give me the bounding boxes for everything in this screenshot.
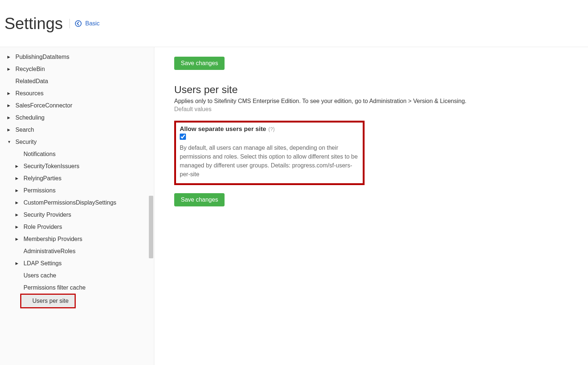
tree-item[interactable]: ▶Membership Providers [0,233,154,245]
tree-item[interactable]: ▶RelatedData [0,75,154,87]
caret-right-icon: ▶ [7,67,13,71]
arrow-left-icon [75,20,82,27]
tree-item[interactable]: ▶Role Providers [0,221,154,233]
sidebar-scroll[interactable]: ▶PublishingDataItems▶RecycleBin▶RelatedD… [0,47,154,365]
section-title: Users per site [174,84,573,96]
tree-item[interactable]: ▶LDAP Settings [0,257,154,269]
setting-description: By default, all users can manage all sit… [180,143,359,179]
tree-item[interactable]: ▶AdministrativeRoles [0,245,154,257]
tree-item[interactable]: ▶SecurityTokenIssuers [0,160,154,172]
tree-item-label: PublishingDataItems [15,54,69,60]
tree-item[interactable]: ▶Resources [0,87,154,99]
save-button-bottom[interactable]: Save changes [174,193,225,206]
caret-right-icon: ▶ [7,91,13,95]
caret-down-icon: ▼ [7,140,13,144]
tree-item-label: Notifications [24,151,55,157]
help-icon[interactable]: (?) [268,126,275,132]
header-divider [69,19,70,28]
section-subtitle: Applies only to Sitefinity CMS Enterpris… [174,98,527,104]
setting-label-row: Allow separate users per site (?) [180,125,359,133]
tree-item[interactable]: ▶Users per site [21,295,75,307]
tree-item[interactable]: ▶Scheduling [0,111,154,124]
tree-item-label: SecurityTokenIssuers [24,163,79,170]
scrollbar-thumb[interactable] [149,196,153,258]
page-header: Settings Basic [0,0,588,47]
setting-highlight-box: Allow separate users per site (?) By def… [174,121,365,185]
tree-item[interactable]: ▶Users cache [0,269,154,281]
caret-right-icon: ▶ [15,176,21,180]
tree-item[interactable]: ▶RecycleBin [0,63,154,75]
page-title: Settings [4,14,63,33]
tree-item-label: AdministrativeRoles [24,248,75,255]
caret-right-icon: ▶ [7,55,13,59]
tree-item-label: Security [15,139,37,145]
tree-item-label: Resources [15,90,43,97]
caret-right-icon: ▶ [15,261,21,265]
sidebar: ▶PublishingDataItems▶RecycleBin▶RelatedD… [0,47,154,365]
tree-item[interactable]: ▶Security Providers [0,209,154,221]
caret-right-icon: ▶ [7,128,13,132]
default-values-label: Default values [174,106,573,113]
tree-item-label: RelatedData [15,78,48,85]
tree-item-label: Scheduling [15,114,44,121]
tree-item-label: CustomPermissionsDisplaySettings [24,199,116,206]
tree-item-label: RelyingParties [24,175,61,182]
basic-link-label: Basic [85,20,100,27]
allow-separate-users-checkbox[interactable] [180,134,186,140]
caret-right-icon: ▶ [15,237,21,241]
tree-item-label: LDAP Settings [24,260,62,267]
tree-item[interactable]: ▶CustomPermissionsDisplaySettings [0,196,154,209]
tree-item[interactable]: ▶PublishingDataItems [0,51,154,63]
setting-label: Allow separate users per site [180,125,266,133]
tree-item-label: SalesForceConnector [15,102,72,109]
main-content: Save changes Users per site Applies only… [154,47,588,365]
settings-tree: ▶PublishingDataItems▶RecycleBin▶RelatedD… [0,51,154,308]
tree-item[interactable]: ▶RelyingParties [0,172,154,184]
tree-highlight-box: ▶Users per site [20,294,76,308]
tree-item[interactable]: ▶Permissions filter cache [0,281,154,294]
tree-item[interactable]: ▶Notifications [0,148,154,160]
tree-item-label: Users per site [32,298,69,304]
caret-right-icon: ▶ [7,103,13,107]
tree-item[interactable]: ▶Permissions [0,184,154,196]
caret-right-icon: ▶ [15,201,21,205]
basic-link[interactable]: Basic [75,20,100,27]
caret-right-icon: ▶ [7,116,13,120]
caret-right-icon: ▶ [15,225,21,229]
layout: ▶PublishingDataItems▶RecycleBin▶RelatedD… [0,47,588,365]
tree-item[interactable]: ▼Security [0,136,154,148]
tree-item-label: Search [15,127,34,133]
tree-item-label: Users cache [24,272,56,279]
caret-right-icon: ▶ [15,188,21,192]
tree-item-label: RecycleBin [15,66,45,72]
tree-item-label: Membership Providers [24,236,82,242]
tree-item-label: Security Providers [24,212,71,218]
caret-right-icon: ▶ [15,213,21,217]
tree-item-label: Permissions [24,187,55,194]
caret-right-icon: ▶ [15,164,21,168]
save-button-top[interactable]: Save changes [174,57,225,70]
tree-item-label: Permissions filter cache [24,284,86,291]
tree-item[interactable]: ▶Search [0,124,154,136]
tree-item[interactable]: ▶SalesForceConnector [0,99,154,111]
tree-item-label: Role Providers [24,224,62,230]
